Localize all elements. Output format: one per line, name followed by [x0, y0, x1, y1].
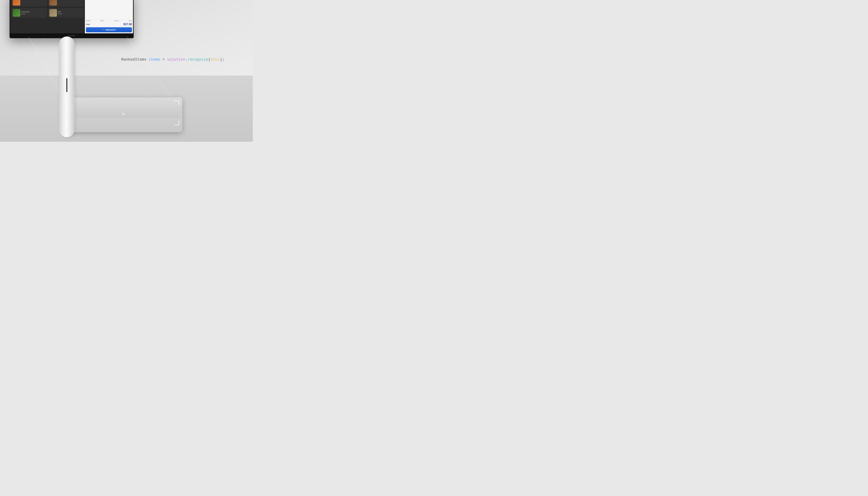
- checkout-label: CHECKOUT: [105, 29, 116, 31]
- code-part-items: items: [149, 57, 160, 62]
- code-part-bbox: bbox: [210, 57, 220, 62]
- code-part-solution: solution: [167, 57, 185, 62]
- subtotal-label: Subtotal: [86, 20, 91, 21]
- cart-panel: $2.50 Subtotal $38.00 Discount $0.00 Tot…: [85, 0, 133, 33]
- code-overlay: RankedItems items = solution.recognize(b…: [121, 57, 224, 62]
- subtotal-value: $38.00: [100, 20, 104, 21]
- menu-item-info-rice: Rice $2.50: [58, 11, 82, 15]
- menu-item-info-fried-onion: Fried Onion $3.50: [21, 11, 46, 15]
- checkout-button[interactable]: 🛒 CHECKOUT: [86, 27, 132, 32]
- menu-item-price-rice: $2.50: [58, 13, 82, 15]
- discount-label: Discount: [114, 20, 119, 21]
- menu-item-rice[interactable]: Rice $2.50: [48, 8, 83, 18]
- pole-slot: [66, 78, 67, 92]
- menu-item-2[interactable]: [48, 0, 83, 6]
- menu-item-name-rice: Rice: [58, 11, 82, 13]
- code-part-dot: .: [185, 57, 188, 62]
- scanner-corner-tr: [174, 100, 179, 105]
- menu-item-info-1: [21, 2, 46, 2]
- code-part-open-paren: (: [208, 57, 210, 62]
- total-amount: $17.50: [123, 23, 132, 26]
- menu-item-image-fried-onion: [13, 9, 20, 17]
- menu-panel: Fried Onion $3.50 Rice $2.50: [10, 0, 85, 33]
- code-part-close: );: [220, 57, 224, 62]
- total-label: Total:: [86, 24, 90, 25]
- tablet-screen: Fried Onion $3.50 Rice $2.50 $2.50: [10, 0, 133, 33]
- tablet-stand-pole: [59, 36, 75, 137]
- code-part-equals: =: [160, 57, 167, 62]
- menu-item-price-fried-onion: $3.50: [21, 13, 46, 15]
- code-part-recognize: recognize: [188, 57, 208, 62]
- tablet-device: Fried Onion $3.50 Rice $2.50 $2.50: [10, 0, 134, 38]
- cart-total: Total: $17.50: [86, 22, 132, 27]
- home-indicator: [68, 35, 75, 36]
- scanner-plus-icon: +: [121, 111, 125, 118]
- discount-value: $0.00: [129, 20, 132, 21]
- checkout-icon: 🛒: [102, 29, 104, 31]
- menu-item-image-2: [49, 0, 57, 5]
- cart-summary: Subtotal $38.00 Discount $0.00: [86, 19, 132, 22]
- menu-item-image-1: [13, 0, 20, 5]
- scanner-box: +: [64, 97, 182, 132]
- menu-item-1[interactable]: [12, 0, 47, 6]
- tablet-bottom-bar: [10, 33, 134, 38]
- code-part-rankeditems: RankedItems: [121, 57, 148, 62]
- scanner-corner-br: [174, 120, 179, 125]
- menu-item-info-2: [58, 2, 82, 2]
- menu-item-name-fried-onion: Fried Onion: [21, 11, 46, 13]
- menu-item-image-rice: [49, 9, 57, 17]
- menu-item-fried-onion[interactable]: Fried Onion $3.50: [12, 8, 47, 18]
